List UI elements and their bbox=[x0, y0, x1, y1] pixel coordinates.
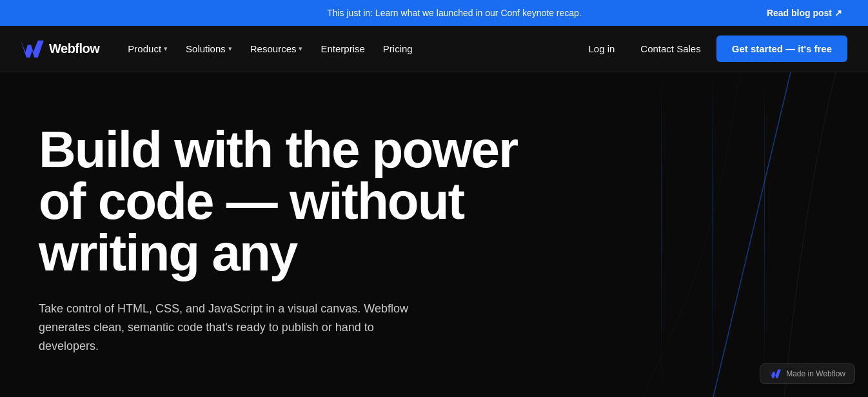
contact-sales-link[interactable]: Contact Sales bbox=[630, 38, 711, 59]
chevron-down-icon: ▾ bbox=[164, 45, 168, 53]
nav-item-resources-label: Resources bbox=[250, 43, 297, 54]
nav-item-resources[interactable]: Resources ▾ bbox=[242, 38, 311, 59]
hero-decorative-lines bbox=[481, 72, 868, 397]
webflow-logo-icon bbox=[21, 40, 44, 58]
hero-section: Build with the power of code — without w… bbox=[0, 72, 868, 397]
announcement-text: This just in: Learn what we launched in … bbox=[142, 8, 767, 18]
nav-item-enterprise[interactable]: Enterprise bbox=[313, 38, 372, 59]
navbar: Webflow Product ▾ Solutions ▾ Resources … bbox=[0, 26, 868, 72]
nav-items: Product ▾ Solutions ▾ Resources ▾ Enterp… bbox=[120, 38, 420, 59]
logo[interactable]: Webflow bbox=[21, 40, 99, 58]
nav-item-product[interactable]: Product ▾ bbox=[120, 38, 175, 59]
chevron-down-icon: ▾ bbox=[228, 45, 232, 53]
nav-right: Log in Contact Sales Get started — it's … bbox=[578, 36, 847, 62]
nav-item-solutions[interactable]: Solutions ▾ bbox=[178, 38, 240, 59]
hero-content: Build with the power of code — without w… bbox=[39, 124, 522, 355]
nav-item-solutions-label: Solutions bbox=[186, 43, 226, 54]
nav-item-pricing[interactable]: Pricing bbox=[375, 38, 420, 59]
logo-text: Webflow bbox=[49, 41, 99, 56]
read-blog-link[interactable]: Read blog post ↗ bbox=[767, 8, 842, 18]
chevron-down-icon: ▾ bbox=[299, 45, 302, 53]
nav-left: Webflow Product ▾ Solutions ▾ Resources … bbox=[21, 38, 420, 59]
hero-title: Build with the power of code — without w… bbox=[39, 124, 522, 279]
nav-item-product-label: Product bbox=[128, 43, 161, 54]
read-blog-label: Read blog post bbox=[767, 8, 832, 18]
webflow-badge-icon bbox=[769, 369, 781, 378]
get-started-button[interactable]: Get started — it's free bbox=[716, 36, 847, 62]
announcement-bar: This just in: Learn what we launched in … bbox=[0, 0, 868, 26]
external-link-icon: ↗ bbox=[834, 8, 842, 18]
hero-subtitle: Take control of HTML, CSS, and JavaScrip… bbox=[39, 300, 426, 355]
made-in-webflow-badge[interactable]: Made in Webflow bbox=[760, 363, 855, 384]
nav-item-enterprise-label: Enterprise bbox=[321, 43, 364, 54]
login-link[interactable]: Log in bbox=[578, 38, 625, 59]
nav-item-pricing-label: Pricing bbox=[383, 43, 413, 54]
made-in-webflow-label: Made in Webflow bbox=[786, 369, 845, 378]
